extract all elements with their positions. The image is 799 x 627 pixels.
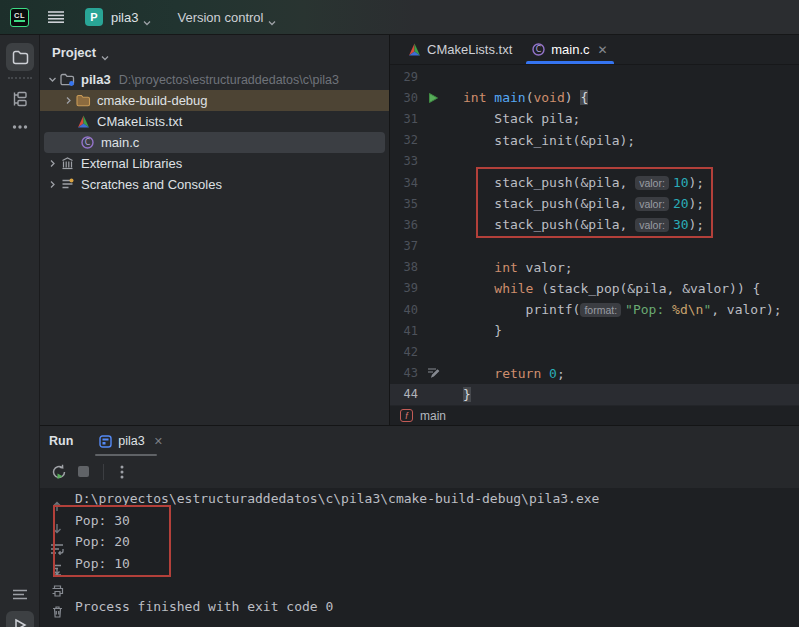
console-output: D:\proyectos\estructuraddedatos\c\pila3\… (75, 488, 599, 617)
code-line[interactable]: 39 while (stack_pop(&pila, &valor)) { (390, 278, 799, 299)
gutter[interactable]: 41 (390, 320, 463, 341)
run-config-icon (99, 435, 112, 448)
rerun-icon[interactable] (48, 461, 70, 483)
tree-row[interactable]: CMakeLists.txt (40, 111, 389, 132)
code-line[interactable]: 34 stack_push(&pila, valor:10); (390, 172, 799, 193)
tab-main-c[interactable]: C main.c ✕ (522, 35, 617, 64)
chevron-down-icon[interactable] (45, 73, 59, 87)
code-line[interactable]: 38 int valor; (390, 257, 799, 278)
line-number: 29 (390, 70, 418, 84)
stop-icon[interactable] (72, 461, 94, 483)
gutter[interactable]: 42 (390, 341, 463, 362)
bottom-tools-icon[interactable] (6, 581, 34, 609)
code-line[interactable]: 36 stack_push(&pila, valor:30); (390, 214, 799, 235)
run-toolbar (40, 456, 799, 487)
tree-row[interactable]: Scratches and Consoles (40, 174, 389, 195)
project-tree: pila3D:\proyectos\estructuraddedatos\c\p… (40, 69, 389, 195)
tree-row[interactable]: pila3D:\proyectos\estructuraddedatos\c\p… (40, 69, 389, 90)
more-options-icon[interactable] (111, 461, 133, 483)
tree-row[interactable]: cmake-build-debug (40, 90, 389, 111)
project-folder-icon (59, 72, 76, 88)
code-editor[interactable]: 2930int main(void) {31 Stack pila;32 sta… (390, 66, 799, 405)
breadcrumb[interactable]: f main (390, 405, 799, 425)
close-tab-icon[interactable]: ✕ (598, 43, 608, 57)
soft-wrap-icon[interactable] (50, 538, 64, 559)
gutter[interactable]: 40 (390, 299, 463, 320)
code-line[interactable]: 35 stack_push(&pila, valor:20); (390, 193, 799, 214)
code-text: stack_init(&pila); (463, 133, 635, 148)
close-tab-icon[interactable]: ✕ (154, 435, 163, 448)
scroll-to-end-icon[interactable] (51, 559, 63, 580)
code-line[interactable]: 32 stack_init(&pila); (390, 130, 799, 151)
line-number: 38 (390, 260, 418, 274)
tree-item-label: External Libraries (81, 156, 182, 171)
structure-tool-icon[interactable] (6, 85, 34, 113)
code-text: stack_push(&pila, valor:30); (463, 217, 704, 232)
version-control-menu[interactable]: Version control (177, 10, 263, 25)
run-gutter-icon[interactable] (418, 92, 448, 104)
gutter[interactable]: 33 (390, 151, 463, 172)
clear-all-icon[interactable] (52, 601, 63, 622)
code-line[interactable]: 43 return 0; (390, 363, 799, 384)
clion-logo-icon[interactable]: CL (10, 8, 29, 27)
gutter[interactable]: 31 (390, 108, 463, 129)
more-tools-icon[interactable] (6, 113, 34, 141)
project-selector[interactable]: pila3 (111, 10, 138, 25)
gutter[interactable]: 30 (390, 87, 463, 108)
gutter[interactable]: 37 (390, 236, 463, 257)
project-tool-icon[interactable] (6, 43, 34, 71)
function-icon: f (400, 409, 413, 422)
down-stack-icon[interactable] (51, 517, 63, 538)
gutter[interactable]: 32 (390, 130, 463, 151)
gutter[interactable]: 29 (390, 66, 463, 87)
gutter[interactable]: 38 (390, 257, 463, 278)
code-line[interactable]: 29 (390, 66, 799, 87)
chevron-down-icon (101, 48, 109, 56)
edit-gutter-icon[interactable] (418, 367, 448, 379)
console[interactable]: D:\proyectos\estructuraddedatos\c\pila3\… (40, 488, 799, 627)
gutter[interactable]: 36 (390, 214, 463, 235)
run-panel-header: Run pila3 ✕ (40, 426, 799, 456)
chevron-right-icon[interactable] (45, 178, 59, 192)
code-line[interactable]: 33 (390, 151, 799, 172)
project-panel-header[interactable]: Project (40, 35, 389, 69)
tree-row[interactable]: External Libraries (40, 153, 389, 174)
line-number: 39 (390, 281, 418, 295)
run-tool-icon[interactable] (6, 611, 34, 627)
chevron-right-icon[interactable] (61, 94, 75, 108)
tool-window-rail (0, 35, 40, 627)
line-number: 36 (390, 218, 418, 232)
code-line[interactable]: 44} (390, 384, 799, 405)
tree-item-label: pila3 (81, 72, 111, 87)
code-line[interactable]: 31 Stack pila; (390, 108, 799, 129)
code-line[interactable]: 41 } (390, 320, 799, 341)
code-line[interactable]: 30int main(void) { (390, 87, 799, 108)
line-number: 41 (390, 324, 418, 338)
scratch-icon (59, 177, 76, 193)
run-tab[interactable]: pila3 ✕ (95, 426, 167, 456)
code-line[interactable]: 37 (390, 236, 799, 257)
run-tab-label: pila3 (118, 434, 144, 448)
console-toolbar (40, 488, 74, 627)
main-menu-icon[interactable] (47, 10, 65, 24)
line-number: 32 (390, 133, 418, 147)
line-number: 43 (390, 366, 418, 380)
tab-label: CMakeLists.txt (427, 42, 512, 57)
tree-item-label: cmake-build-debug (97, 93, 208, 108)
cmake-icon (408, 43, 421, 56)
line-number: 31 (390, 112, 418, 126)
gutter[interactable]: 39 (390, 278, 463, 299)
gutter[interactable]: 35 (390, 193, 463, 214)
code-text: printf(format:"Pop: %d\n", valor); (463, 302, 782, 317)
gutter[interactable]: 34 (390, 172, 463, 193)
print-icon[interactable] (51, 580, 64, 601)
code-line[interactable]: 42 (390, 341, 799, 362)
gutter[interactable]: 44 (390, 384, 463, 405)
gutter[interactable]: 43 (390, 363, 463, 384)
code-line[interactable]: 40 printf(format:"Pop: %d\n", valor); (390, 299, 799, 320)
tree-row[interactable]: Cmain.c (44, 132, 385, 153)
chevron-right-icon[interactable] (45, 157, 59, 171)
tab-cmakelists[interactable]: CMakeLists.txt (398, 35, 522, 64)
up-stack-icon[interactable] (51, 496, 63, 517)
editor-area[interactable]: CMakeLists.txt C main.c ✕ 2930int main(v… (390, 35, 799, 425)
